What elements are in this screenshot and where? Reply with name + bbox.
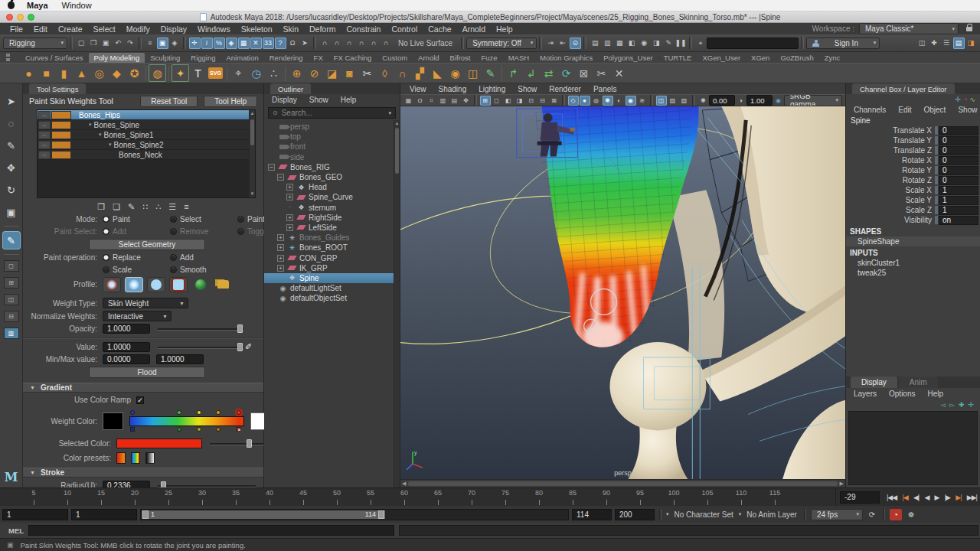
shelf-tab-zync[interactable]: Zync [819,53,846,63]
shelf-tab-gozbrush[interactable]: GoZBrush [775,53,818,63]
layer-list[interactable] [848,411,978,485]
preset-red-orange[interactable] [116,452,126,464]
gradient-section-header[interactable]: ▼ Gradient [23,383,263,393]
anim-layer-dropdown[interactable]: No Anim Layer [744,510,799,519]
shelf-tab-xgen[interactable]: XGen [746,53,775,63]
range-slider-bar-inner[interactable]: 1 114 [142,510,385,519]
influence-color-swatch[interactable] [51,111,71,119]
attribute-value-field[interactable]: 0 [939,126,978,135]
menu-cache[interactable]: Cache [423,24,456,34]
menu-file[interactable]: File [5,24,28,34]
expand-toggle-icon[interactable]: + [277,244,284,251]
xray-display-icon[interactable]: ▨ [668,96,678,106]
attribute-slider-strip[interactable] [935,186,938,194]
menu-select[interactable]: Select [88,24,121,34]
select-camera-icon[interactable]: ▦ [403,96,414,106]
select-hierarchy-icon[interactable]: ≡ [145,37,156,49]
toggle-character-controls-icon[interactable]: ◨ [965,37,977,49]
outliner-item-side[interactable]: side [264,152,400,162]
profile-soft-brush[interactable] [103,277,121,292]
sign-in-dropdown[interactable]: Sign In▾ [806,37,880,49]
menu-control[interactable]: Control [386,24,423,34]
make-live-icon[interactable]: ∩ [381,37,392,49]
max-value-field[interactable]: 1.0000 [156,354,204,364]
attribute-value-field[interactable]: 0 [939,176,978,185]
outliner-item-Bones_RIG[interactable]: −Bones_RIG [264,162,400,172]
viewport-menu-renderer[interactable]: Renderer [543,85,587,93]
workspace-dropdown[interactable]: Maya Classic* ▾ [859,23,959,34]
expand-toggle-icon[interactable]: − [277,174,284,181]
attribute-value-field[interactable]: on [939,216,978,225]
resolution-gate-icon[interactable]: ◧ [503,96,514,106]
shelf-tab-fx[interactable]: FX [309,53,328,63]
image-plane-icon[interactable]: ▤ [449,96,460,106]
snap-to-points-icon[interactable]: ∩ [344,37,355,49]
shelf-tab-fuze[interactable]: Fuze [476,53,503,63]
step-back-frame-button[interactable]: ◀| [913,491,919,504]
mel-label[interactable]: MEL [8,527,24,535]
scroll-up-icon[interactable]: ▲ [394,120,400,127]
snap-to-curves-icon[interactable]: ∩ [332,37,343,49]
construction-history-icon[interactable]: ⊙ [570,37,581,49]
menu-modify[interactable]: Modify [121,24,155,34]
zoom-window-button[interactable] [28,14,34,21]
attribute-value-field[interactable]: 0 [939,136,978,145]
use-color-ramp-checkbox[interactable]: ✓ [136,396,144,404]
animation-preferences-icon[interactable]: ☸ [905,510,917,519]
layout-single-pane[interactable]: ◻ [4,260,19,272]
launch-render-setup-icon[interactable]: ◨ [651,37,662,49]
opacity-slider[interactable] [158,324,243,334]
layer-menu-help[interactable]: Help [921,389,949,399]
poly-disc-icon[interactable]: ✪ [126,64,143,82]
target-weld-icon[interactable]: ◊ [376,64,394,82]
render-current-frame-icon[interactable]: ▥ [602,37,613,49]
layer-tab-display[interactable]: Display [851,377,897,388]
influence-pin-icon[interactable]: ⇔ [38,151,51,159]
weight-hammer-icon[interactable]: ✎ [128,202,135,212]
smooth-icon[interactable]: ◉ [446,64,464,82]
ramp-stop-yellow[interactable] [197,410,201,415]
outliner-item-Bones_GEO[interactable]: −Bones_GEO [264,172,400,182]
influence-row-Bones_Neck[interactable]: ⇔Bones_Neck [38,150,255,160]
snap-to-projected-center-icon[interactable]: ∩ [356,37,368,49]
ramp-start-color-swatch[interactable] [103,412,123,430]
animation-end-field[interactable]: 200 [615,509,655,520]
copy-weights-icon[interactable]: ❐ [97,202,105,212]
shelf-tab-xgen-user[interactable]: XGen_User [697,53,746,63]
pause-viewport-icon[interactable]: ❚❚ [675,37,687,49]
influence-color-swatch[interactable] [51,121,71,129]
ramp-stop-orange[interactable] [216,410,220,415]
select-geometry-button[interactable]: Select Geometry [89,239,205,250]
ramp-gradient-bar[interactable] [129,416,244,426]
extract-icon[interactable]: ◪ [323,64,341,82]
move-influence-up-icon[interactable]: ∷ [142,202,148,212]
mel-output[interactable] [399,525,978,536]
symmetry-dropdown[interactable]: Symmetry: Off▾ [466,37,537,49]
quad-draw-icon[interactable]: ✎ [482,64,499,82]
expand-toggle-icon[interactable]: + [286,194,293,201]
pan-zoom-2d-icon[interactable]: ✥ [461,96,472,106]
range-slider-track[interactable]: 1 114 [140,509,569,520]
field-chart-icon[interactable]: ⊡ [526,96,537,106]
bevel-icon[interactable]: ◣ [429,64,446,82]
smooth-radio[interactable]: Smooth [170,266,237,274]
opacity-field[interactable]: 1.0000 [103,324,150,334]
open-render-view-icon[interactable]: ▤ [590,37,601,49]
undo-icon[interactable]: ↶ [113,37,124,49]
gate-mask-icon[interactable]: ◨ [514,96,525,106]
expand-toggle-icon[interactable]: − [268,164,275,171]
use-all-lights-icon[interactable]: ✺ [603,96,613,106]
shelf-tab-custom[interactable]: Custom [377,53,413,63]
menu-skeleton[interactable]: Skeleton [236,24,278,34]
scroll-down-icon[interactable]: ▼ [250,191,255,197]
attribute-slider-strip[interactable] [935,196,938,204]
isolate-select-icon[interactable]: ◫ [656,96,667,106]
attribute-value-field[interactable]: 1 [939,206,978,215]
range-start-handle[interactable] [142,510,149,519]
separate-icon[interactable]: ⊘ [305,64,323,82]
profile-solid-brush[interactable] [147,277,165,292]
output-connections-icon[interactable]: ⇤ [557,37,569,49]
open-scene-icon[interactable]: ❒ [88,37,100,49]
viewport-menu-show[interactable]: Show [511,85,543,93]
input-node-skinCluster1[interactable]: skinCluster1 [846,258,980,268]
